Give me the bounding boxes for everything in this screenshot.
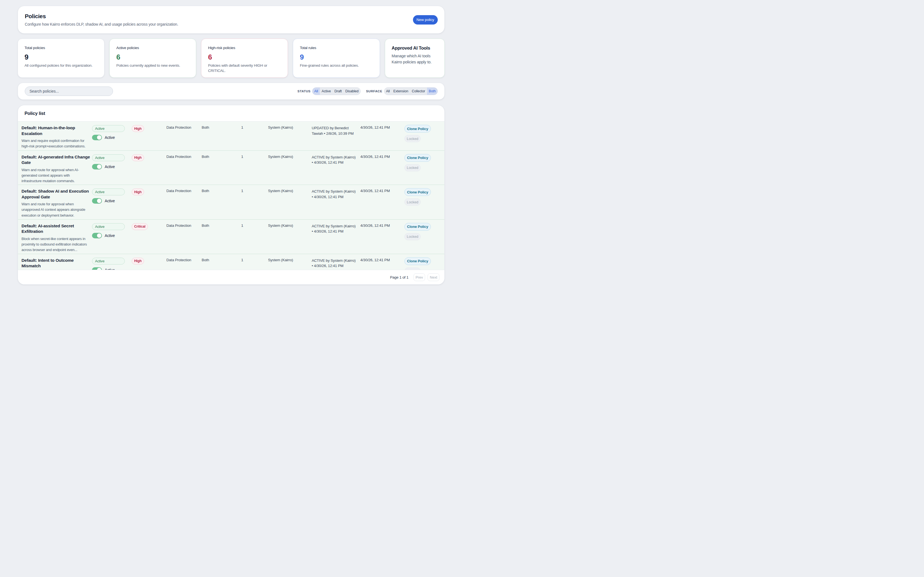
filters: STATUS AllActiveDraftDisabled SURFACE Al… (298, 87, 438, 95)
toggle-label: Active (105, 135, 115, 140)
new-policy-button[interactable]: New policy (413, 15, 438, 24)
active-toggle[interactable] (92, 135, 102, 140)
stat-description: Policies with default severity HIGH or C… (208, 63, 281, 73)
policy-created-by: System (Kairro) (268, 219, 312, 256)
policy-list-card: Policy list Default: Human-in-the-loop E… (18, 105, 445, 285)
policy-surface: Both (202, 219, 241, 256)
active-toggle[interactable] (92, 233, 102, 239)
approved-ai-tools-description: Manage which AI tools Kairro policies ap… (392, 53, 438, 65)
stat-description: Fine-grained rules across all policies. (300, 63, 373, 68)
page-subtitle: Configure how Kairro enforces DLP, shado… (25, 21, 178, 27)
status-pill: Active (92, 154, 125, 161)
status-pill: Active (92, 125, 125, 132)
status-pill: Active (92, 223, 125, 230)
policy-row: Default: Shadow AI and Execution Approva… (18, 185, 444, 219)
locked-button: Locked (404, 233, 421, 240)
policy-row: Default: Human-in-the-loop EscalationWar… (18, 121, 444, 150)
policy-status-by: ACTIVE by System (Kairro) • 4/30/26, 12:… (312, 219, 361, 256)
page-header: Policies Configure how Kairro enforces D… (18, 6, 445, 34)
toggle-label: Active (105, 268, 115, 270)
policy-description: Block when secret-like content appears i… (21, 236, 90, 253)
page-indicator: Page 1 of 1 (390, 275, 409, 279)
toggle-knob (97, 234, 101, 238)
policy-surface: Both (202, 151, 241, 187)
policy-updated-at: 4/30/26, 12:41 PM (361, 219, 404, 256)
approved-ai-tools-card[interactable]: Approved AI Tools Manage which AI tools … (385, 39, 445, 78)
clone-policy-button[interactable]: Clone Policy (404, 188, 431, 196)
clone-policy-button[interactable]: Clone Policy (404, 257, 431, 265)
policy-row: Default: AI-assisted Secret Exfiltration… (18, 219, 444, 254)
policy-description: Warn and route for approval when unappro… (21, 201, 90, 218)
status-option-all[interactable]: All (312, 88, 320, 95)
active-toggle[interactable] (92, 164, 102, 169)
policy-status-by: ACTIVE by System (Kairro) • 4/30/26, 12:… (312, 185, 361, 221)
policy-status-by: ACTIVE by System (Kairro) • 4/30/26, 12:… (312, 254, 361, 270)
policy-rules-count: 1 (241, 185, 268, 221)
surface-option-extension[interactable]: Extension (391, 88, 410, 95)
surface-option-all[interactable]: All (384, 88, 392, 95)
stat-label: Active policies (116, 45, 189, 50)
policy-description: Warn and require explicit confirmation f… (21, 138, 90, 149)
page-title: Policies (25, 12, 178, 20)
policy-created-by: System (Kairro) (268, 121, 312, 152)
policy-surface: Both (202, 121, 241, 152)
status-option-active[interactable]: Active (320, 88, 333, 95)
policy-category: Data Protection (166, 254, 202, 270)
clone-policy-button[interactable]: Clone Policy (404, 223, 431, 230)
policy-rules-count: 1 (241, 151, 268, 187)
clone-policy-button[interactable]: Clone Policy (404, 154, 431, 162)
policy-surface: Both (202, 185, 241, 221)
policy-surface: Both (202, 254, 241, 270)
active-toggle[interactable] (92, 267, 102, 270)
surface-option-collector[interactable]: Collector (410, 88, 427, 95)
policy-updated-at: 4/30/26, 12:41 PM (361, 121, 404, 152)
search-input[interactable] (25, 87, 113, 96)
policy-status-by: ACTIVE by System (Kairro) • 4/30/26, 12:… (312, 151, 361, 187)
policy-name: Default: AI-generated Infra Change Gate (21, 154, 92, 166)
toggle-label: Active (105, 234, 115, 238)
stat-label: Total policies (24, 45, 98, 50)
status-segmented-control: AllActiveDraftDisabled (312, 87, 361, 95)
toggle-knob (97, 199, 101, 203)
locked-button: Locked (404, 198, 421, 206)
toggle-label: Active (105, 164, 115, 169)
surface-option-both[interactable]: Both (427, 88, 438, 95)
severity-badge: High (132, 154, 144, 161)
surface-filter-label: SURFACE (366, 90, 382, 93)
policy-category: Data Protection (166, 151, 202, 187)
stat-value: 6 (208, 53, 281, 61)
stat-value: 9 (24, 53, 98, 61)
status-option-disabled[interactable]: Disabled (343, 88, 361, 95)
policy-list-title: Policy list (24, 111, 45, 116)
prev-page-button[interactable]: Prev (414, 273, 425, 281)
policy-updated-at: 4/30/26, 12:41 PM (361, 254, 404, 270)
policy-created-by: System (Kairro) (268, 185, 312, 221)
severity-badge: High (132, 189, 144, 195)
toggle-label: Active (105, 199, 115, 203)
stat-label: Total rules (300, 45, 373, 50)
policy-rules-count: 1 (241, 254, 268, 270)
policy-rows-viewport[interactable]: Default: Human-in-the-loop EscalationWar… (18, 121, 444, 270)
severity-badge: High (132, 125, 144, 132)
policy-name: Default: Shadow AI and Execution Approva… (21, 189, 92, 200)
stat-card-total-policies: Total policies 9 All configured policies… (18, 39, 105, 78)
clone-policy-button[interactable]: Clone Policy (404, 125, 431, 132)
status-pill: Active (92, 189, 125, 195)
stat-card-total-rules: Total rules 9 Fine-grained rules across … (293, 39, 380, 78)
policy-row: Default: Intent to Outcome MismatchActiv… (18, 254, 444, 270)
policy-status-by: UPDATED by Benedict Tawiah • 2/8/26, 10:… (312, 121, 361, 152)
next-page-button[interactable]: Next (428, 273, 439, 281)
policy-category: Data Protection (166, 219, 202, 256)
locked-button: Locked (404, 164, 421, 171)
policy-category: Data Protection (166, 185, 202, 221)
toggle-knob (97, 135, 101, 140)
stat-label: High-risk policies (208, 45, 281, 50)
policy-description: Warn and route for approval when AI-gene… (21, 167, 90, 184)
pagination-footer: Page 1 of 1 Prev Next (18, 270, 444, 284)
approved-ai-tools-title: Approved AI Tools (392, 45, 438, 51)
policy-updated-at: 4/30/26, 12:41 PM (361, 151, 404, 187)
status-option-draft[interactable]: Draft (333, 88, 343, 95)
stat-description: Policies currently applied to new events… (116, 63, 189, 68)
policy-category: Data Protection (166, 121, 202, 152)
active-toggle[interactable] (92, 198, 102, 204)
